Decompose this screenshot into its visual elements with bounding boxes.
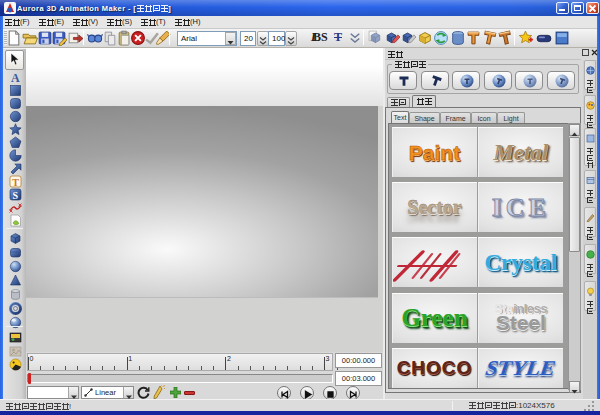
- svg-text:T: T: [12, 177, 19, 188]
- svg-text:S: S: [12, 190, 18, 201]
- svg-text:A: A: [11, 71, 20, 84]
